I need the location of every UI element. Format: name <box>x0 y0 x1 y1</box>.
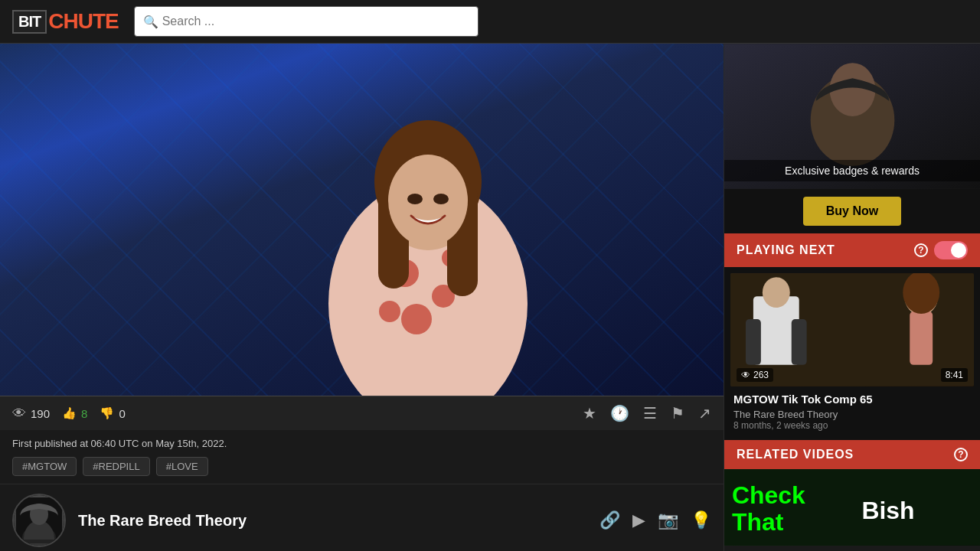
related-videos-label: RELATED VIDEOS <box>737 448 854 461</box>
svg-rect-25 <box>746 319 761 365</box>
playing-next-help-icon[interactable]: ? <box>914 243 928 257</box>
thumbup-icon: 👍 <box>62 406 77 420</box>
dislike-count: 0 <box>119 407 125 420</box>
next-video-info: MGTOW Tik Tok Comp 65 The Rare Breed The… <box>730 386 974 434</box>
left-column: 👁 190 👍 8 👎 0 ★ 🕐 ☰ ⚑ ↗ First published … <box>0 44 724 551</box>
related-videos-header: RELATED VIDEOS ? <box>724 440 980 469</box>
search-icon: 🔍 <box>143 15 158 29</box>
playing-next-controls: ? <box>914 241 968 259</box>
premium-overlay-text: Exclusive badges & rewards <box>724 160 980 181</box>
tag-love[interactable]: #LOVE <box>156 457 208 476</box>
svg-text:That: That <box>732 508 784 536</box>
header: BITCHUTE 🔍 <box>0 0 980 44</box>
video-thumbnail <box>0 44 724 396</box>
like-section[interactable]: 👍 8 <box>62 406 87 420</box>
thumbdown-icon: 👎 <box>100 406 114 420</box>
logo[interactable]: BITCHUTE <box>12 9 119 34</box>
share-icon[interactable]: ↗ <box>698 404 711 422</box>
playing-next-label: PLAYING NEXT <box>737 243 835 257</box>
watch-later-icon[interactable]: 🕐 <box>610 404 629 422</box>
svg-point-24 <box>763 277 790 308</box>
avatar-inner <box>14 495 64 546</box>
next-video-date: 8 months, 2 weeks ago <box>733 420 971 431</box>
svg-rect-26 <box>792 319 807 365</box>
avatar-svg <box>16 497 62 543</box>
favorite-icon[interactable]: ★ <box>583 404 596 422</box>
like-count: 8 <box>81 407 87 420</box>
logo-chute-text: CHUTE <box>48 9 118 34</box>
instagram-icon[interactable]: 📷 <box>658 510 678 530</box>
views-count: 👁 190 <box>12 406 50 422</box>
eye-icon: 👁 <box>12 406 26 422</box>
buy-now-button[interactable]: Buy Now <box>803 197 901 226</box>
action-icons: ★ 🕐 ☰ ⚑ ↗ <box>583 404 711 422</box>
playing-next-toggle[interactable] <box>934 241 968 259</box>
channel-links: 🔗 ▶ 📷 💡 <box>599 510 711 530</box>
premium-banner: Exclusive badges & rewards Buy Now <box>724 44 980 233</box>
video-container <box>0 44 724 396</box>
next-video-card[interactable]: 👁 263 8:41 MGTOW Tik Tok Comp 65 The Rar… <box>724 267 980 440</box>
svg-text:Check: Check <box>732 481 805 509</box>
related-video-1-thumbnail[interactable]: Check That Bish <box>724 469 980 546</box>
logo-box: BIT <box>12 10 47 34</box>
svg-point-13 <box>407 194 423 204</box>
tag-redpill[interactable]: #REDPILL <box>83 457 149 476</box>
svg-point-6 <box>379 301 400 322</box>
next-video-channel: The Rare Breed Theory <box>733 409 971 420</box>
link-icon[interactable]: 🔗 <box>599 510 620 530</box>
next-video-duration: 8:41 <box>941 368 968 382</box>
dislike-section[interactable]: 👎 0 <box>100 406 125 420</box>
svg-point-14 <box>433 194 449 204</box>
next-video-title: MGTOW Tik Tok Comp 65 <box>733 393 971 406</box>
youtube-icon[interactable]: ▶ <box>632 510 645 530</box>
next-video-thumbnail: 👁 263 8:41 <box>730 273 974 386</box>
svg-point-12 <box>388 155 468 246</box>
search-input[interactable] <box>134 6 479 37</box>
playlist-icon[interactable]: ☰ <box>643 404 657 422</box>
channel-avatar[interactable] <box>12 494 66 547</box>
channel-info: The Rare Breed Theory 🔗 ▶ 📷 💡 <box>0 484 724 551</box>
flag-icon[interactable]: ⚑ <box>671 404 684 422</box>
search-form: 🔍 <box>134 6 479 37</box>
video-player[interactable] <box>0 44 724 396</box>
view-number: 190 <box>31 407 50 420</box>
premium-thumbnail: Exclusive badges & rewards <box>724 44 980 189</box>
related-help-icon[interactable]: ? <box>954 448 968 461</box>
playing-next-header: PLAYING NEXT ? <box>724 233 980 267</box>
video-meta: First published at 06:40 UTC on May 15th… <box>0 430 724 484</box>
info-icon[interactable]: 💡 <box>691 510 711 530</box>
eye-icon-small: 👁 <box>741 370 750 380</box>
right-sidebar: Exclusive badges & rewards Buy Now PLAYI… <box>724 44 980 551</box>
tags-container: #MGTOW #REDPILL #LOVE <box>12 457 711 476</box>
video-person-svg <box>275 59 566 396</box>
next-video-views: 👁 263 <box>737 368 773 382</box>
svg-text:Bish: Bish <box>861 497 914 524</box>
svg-point-4 <box>401 304 432 334</box>
tag-mgtow[interactable]: #MGTOW <box>12 457 77 476</box>
channel-name[interactable]: The Rare Breed Theory <box>78 512 247 530</box>
toggle-knob <box>951 243 966 258</box>
main-content: 👁 190 👍 8 👎 0 ★ 🕐 ☰ ⚑ ↗ First published … <box>0 44 980 551</box>
video-controls-bar: 👁 190 👍 8 👎 0 ★ 🕐 ☰ ⚑ ↗ <box>0 396 724 430</box>
related-video-svg: Check That Bish <box>724 469 980 546</box>
published-date: First published at 06:40 UTC on May 15th… <box>12 438 711 449</box>
svg-rect-28 <box>910 311 933 365</box>
next-video-view-count: 263 <box>753 370 769 380</box>
